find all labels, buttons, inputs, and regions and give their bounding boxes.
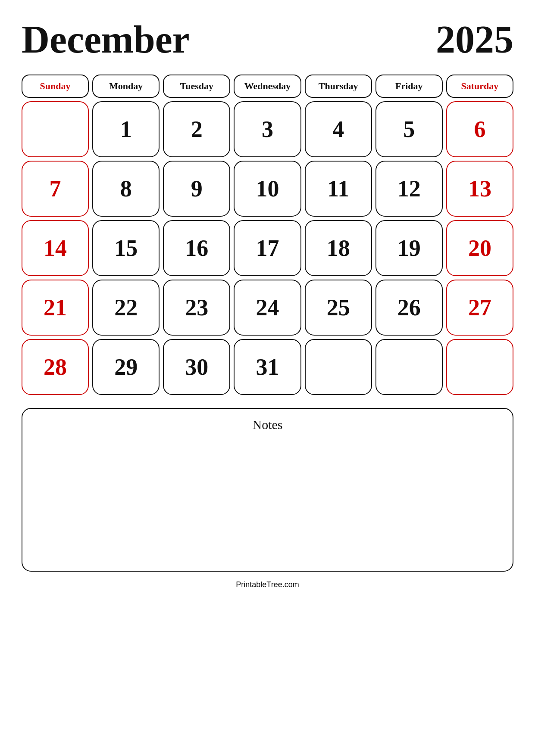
day-cell-empty[interactable]: [305, 339, 372, 395]
day-cell-15[interactable]: 15: [92, 220, 160, 276]
notes-title: Notes: [31, 417, 504, 432]
day-cell-13[interactable]: 13: [446, 161, 513, 217]
day-cell-24[interactable]: 24: [234, 280, 301, 336]
day-cell-20[interactable]: 20: [446, 220, 513, 276]
day-cell-empty[interactable]: [446, 339, 513, 395]
footer: PrintableTree.com: [22, 580, 513, 589]
day-cell-2[interactable]: 2: [163, 101, 230, 157]
day-cell-10[interactable]: 10: [234, 161, 301, 217]
day-cell-23[interactable]: 23: [163, 280, 230, 336]
month-title: December: [22, 17, 190, 62]
day-cell-17[interactable]: 17: [234, 220, 301, 276]
day-header-wednesday: Wednesday: [234, 75, 301, 98]
day-cell-18[interactable]: 18: [305, 220, 372, 276]
day-cell-29[interactable]: 29: [92, 339, 160, 395]
day-cell-4[interactable]: 4: [305, 101, 372, 157]
day-header-monday: Monday: [92, 75, 160, 98]
day-cell-9[interactable]: 9: [163, 161, 230, 217]
day-cell-6[interactable]: 6: [446, 101, 513, 157]
day-cell-28[interactable]: 28: [22, 339, 89, 395]
day-cell-31[interactable]: 31: [234, 339, 301, 395]
day-cell-1[interactable]: 1: [92, 101, 160, 157]
day-cell-21[interactable]: 21: [22, 280, 89, 336]
day-cell-empty[interactable]: [375, 339, 443, 395]
day-cell-26[interactable]: 26: [375, 280, 443, 336]
day-cell-27[interactable]: 27: [446, 280, 513, 336]
day-cell-16[interactable]: 16: [163, 220, 230, 276]
day-cell-5[interactable]: 5: [375, 101, 443, 157]
day-header-sunday: Sunday: [22, 75, 89, 98]
notes-section[interactable]: Notes: [22, 408, 513, 572]
footer-text: PrintableTree.com: [236, 580, 299, 589]
day-header-thursday: Thursday: [305, 75, 372, 98]
day-cell-12[interactable]: 12: [375, 161, 443, 217]
day-header-saturday: Saturday: [446, 75, 513, 98]
day-cell-empty[interactable]: [22, 101, 89, 157]
day-cell-25[interactable]: 25: [305, 280, 372, 336]
day-cell-22[interactable]: 22: [92, 280, 160, 336]
calendar-header: December 2025: [22, 17, 513, 62]
day-cell-11[interactable]: 11: [305, 161, 372, 217]
year-title: 2025: [436, 17, 513, 62]
day-header-tuesday: Tuesday: [163, 75, 230, 98]
calendar-grid: SundayMondayTuesdayWednesdayThursdayFrid…: [22, 75, 513, 395]
day-cell-14[interactable]: 14: [22, 220, 89, 276]
day-header-friday: Friday: [375, 75, 443, 98]
day-cell-7[interactable]: 7: [22, 161, 89, 217]
day-cell-8[interactable]: 8: [92, 161, 160, 217]
day-cell-30[interactable]: 30: [163, 339, 230, 395]
day-cell-3[interactable]: 3: [234, 101, 301, 157]
day-cell-19[interactable]: 19: [375, 220, 443, 276]
